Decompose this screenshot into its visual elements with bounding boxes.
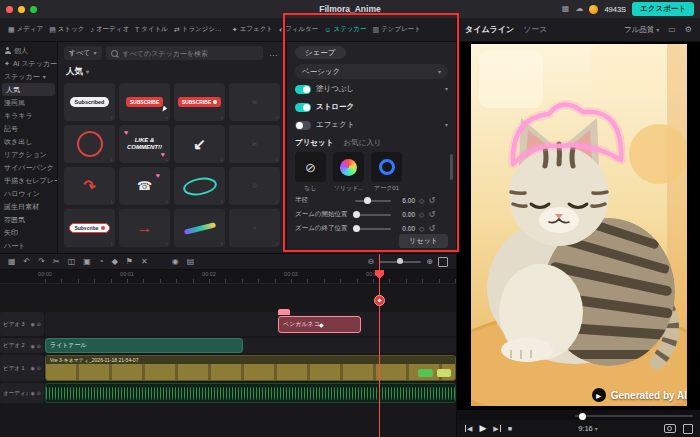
timeline-zoom-slider[interactable] — [379, 261, 421, 263]
zoom-window-button[interactable] — [30, 6, 37, 13]
record-icon[interactable]: ◉ — [172, 258, 179, 266]
track-lane-video3[interactable] — [45, 312, 456, 336]
zoom-end-slider[interactable] — [355, 228, 391, 230]
sidebar-item-ai-sticker[interactable]: ✦AI ステッカー — [0, 57, 57, 70]
keyframe-icon[interactable]: ◇ — [419, 211, 424, 219]
zoom-out-icon[interactable]: ⊖ — [368, 258, 375, 266]
mask-icon[interactable]: ▣ — [83, 258, 91, 266]
keyframe-icon[interactable]: ◇ — [419, 225, 424, 233]
sidebar-item-popular[interactable]: 人気 — [2, 83, 55, 96]
clip-bengal-cat[interactable]: ベンガルネコ ◆ — [278, 316, 361, 333]
sticker-tile-misc[interactable]: ✧ ↓ — [229, 167, 280, 205]
sidebar-item-sticker[interactable]: ステッカー▾ — [0, 70, 57, 83]
param-value[interactable]: 0.00 — [395, 225, 415, 232]
sticker-tile-gradient-wave[interactable]: ↓ — [174, 209, 225, 247]
tab-timeline[interactable]: タイムライン — [465, 24, 514, 35]
tab-media[interactable]: ▦メディア — [8, 25, 43, 34]
fullscreen-icon[interactable] — [683, 424, 693, 434]
lock-icon[interactable]: ⊘ — [37, 321, 41, 327]
tab-template[interactable]: ▥テンプレート — [373, 25, 421, 34]
sidebar-item-sparkle[interactable]: キラキラ — [0, 109, 57, 122]
reset-icon[interactable]: ↺ — [428, 224, 435, 233]
export-button[interactable]: エクスポート — [632, 2, 694, 16]
sticker-tile-teal-ellipse[interactable]: ↓ — [174, 167, 225, 205]
eye-icon[interactable]: ◉ — [30, 390, 34, 396]
preview-slider[interactable] — [575, 415, 693, 417]
lock-icon[interactable]: ⊘ — [37, 343, 41, 349]
sidebar-item-speech[interactable]: 吹き出し — [0, 135, 57, 148]
track-header-video3[interactable]: ビデオ 3 ◉ ⊘ — [0, 312, 44, 336]
aspect-select[interactable]: 9:16 ▾ — [578, 424, 598, 433]
tab-source[interactable]: ソース — [523, 24, 547, 35]
playhead-marker[interactable] — [374, 295, 385, 306]
keyframe-icon[interactable]: ◆ — [112, 258, 118, 266]
sidebar-item-personal[interactable]: 個人 — [0, 44, 57, 57]
scrollbar[interactable] — [450, 154, 453, 180]
track-header-video1[interactable]: ビデオ 1 ◉ ⊘ — [0, 355, 44, 381]
tab-sticker[interactable]: ☺ステッカー — [324, 25, 366, 34]
sticker-tile-phone-hand[interactable]: ☎ ♥ ↓ — [119, 167, 170, 205]
sidebar-item-arrow[interactable]: 矢印 — [0, 226, 57, 239]
sticker-tile-like-comment[interactable]: ♥ ♥ LIKE &COMMENT!! ↓ — [119, 125, 170, 163]
crop-icon[interactable]: ◫ — [68, 258, 76, 266]
close-window-button[interactable] — [6, 6, 13, 13]
timeline-ruler[interactable]: 00:00 00:01 00:02 00:03 00:04 — [0, 270, 456, 284]
chevron-down-icon[interactable]: ▾ — [445, 86, 448, 92]
sticker-tile-subscribed[interactable]: Subscribed ↓ — [64, 83, 115, 121]
tab-transition[interactable]: ⇄トランジション — [174, 25, 226, 34]
playhead-line[interactable] — [379, 254, 380, 437]
sticker-tile-white-arrow[interactable]: ↙ ↓ — [174, 125, 225, 163]
sticker-tile-misc[interactable]: ≈ ↓ — [229, 83, 280, 121]
sidebar-item-cyberpunk[interactable]: サイバーパンク — [0, 161, 57, 174]
zoom-in-icon[interactable]: ⊕ — [426, 258, 433, 266]
search-input[interactable] — [121, 49, 258, 58]
delete-icon[interactable]: ✕ — [141, 258, 148, 266]
slider-knob[interactable] — [353, 225, 360, 232]
tab-filter[interactable]: ◐フィルター — [279, 25, 318, 34]
clip-main-video[interactable]: Vre 3-キネマティ_2026-11-18 21-54-07 — [45, 355, 456, 381]
stroke-toggle[interactable] — [295, 103, 311, 112]
param-value[interactable]: 0.00 — [395, 211, 415, 218]
lock-icon[interactable]: ⊘ — [37, 390, 41, 396]
sticker-tile-subscribe-outline[interactable]: Subscribe ↓ — [64, 209, 115, 247]
sidebar-item-symbols[interactable]: 記号 — [0, 122, 57, 135]
layout-icon[interactable]: ▦ — [562, 5, 570, 13]
preset-arc01[interactable]: アーク01 — [371, 152, 402, 193]
effect-toggle[interactable] — [295, 121, 311, 130]
lock-icon[interactable]: ⊘ — [37, 365, 41, 371]
track-manage-icon[interactable]: ▦ — [8, 258, 16, 266]
fit-timeline-icon[interactable] — [438, 257, 448, 267]
preset-solid[interactable]: ソリッド... — [333, 152, 364, 193]
eye-icon[interactable]: ◉ — [30, 365, 34, 371]
reset-button[interactable]: リセット — [399, 234, 448, 248]
render-icon[interactable]: ▤ — [187, 258, 195, 266]
reset-icon[interactable]: ↺ — [428, 210, 435, 219]
zoom-start-slider[interactable] — [355, 214, 391, 216]
fill-toggle[interactable] — [295, 85, 311, 94]
slider-knob[interactable] — [397, 258, 403, 264]
tab-preset[interactable]: プリセット — [295, 138, 333, 148]
sticker-tile-misc[interactable]: ◦ ↓ — [229, 209, 280, 247]
split-icon[interactable]: ✂ — [53, 258, 60, 266]
tab-favorites[interactable]: お気に入り — [343, 138, 381, 148]
radius-slider[interactable] — [355, 200, 391, 202]
tab-stock[interactable]: ▤ストック — [49, 25, 84, 34]
marker-icon[interactable]: ⚑ — [126, 258, 133, 266]
preset-none[interactable]: ⊘ なし — [295, 152, 326, 193]
sidebar-item-halloween[interactable]: ハロウィン — [0, 187, 57, 200]
sticker-tile-misc[interactable]: ≈ ↓ — [229, 125, 280, 163]
basic-dropdown[interactable]: ベーシック ▾ — [295, 64, 448, 79]
sticker-tile-subscribe-bell[interactable]: SUBSCRIBE ↓ — [174, 83, 225, 121]
sticker-tile-circle-outline[interactable]: ↓ — [64, 125, 115, 163]
minimize-window-button[interactable] — [18, 6, 25, 13]
sidebar-item-handdrawn[interactable]: 手描きセレブレーション — [0, 174, 57, 187]
clip-handle[interactable] — [278, 309, 290, 315]
slider-knob[interactable] — [364, 197, 371, 204]
display-icon[interactable]: ▭ — [668, 25, 676, 34]
play-button[interactable]: ▶ — [479, 424, 486, 433]
sidebar-item-birthday[interactable]: 誕生日素材 — [0, 200, 57, 213]
slider-knob[interactable] — [579, 413, 586, 420]
track-header-audio1[interactable]: オーディオ 1 ◉ ⊘ — [0, 383, 44, 403]
sticker-tile-red-arrow[interactable]: → ↓ — [119, 209, 170, 247]
tab-audio[interactable]: ♪オーディオ — [90, 25, 129, 34]
